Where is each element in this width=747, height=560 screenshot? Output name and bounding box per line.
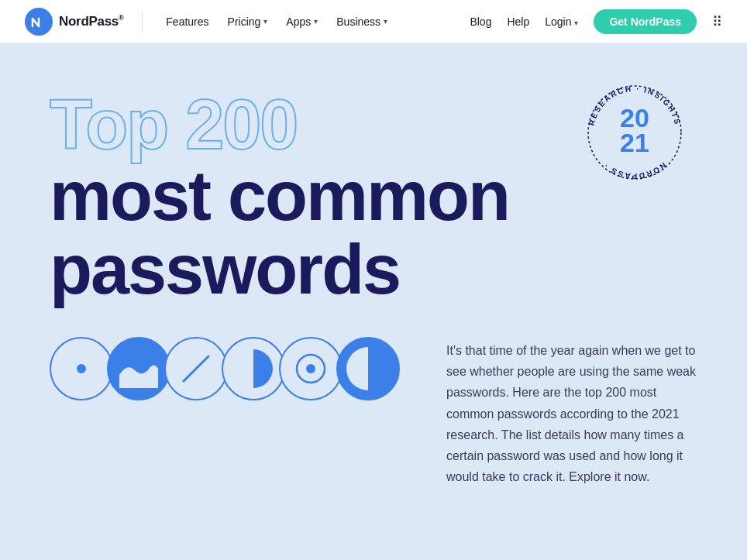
research-badge: RESEARCH · INSIGHTS NORDPASS · 20 21 [584, 82, 685, 183]
badge-ring-svg: RESEARCH · INSIGHTS NORDPASS · 20 21 [584, 82, 685, 183]
icon-circle-4 [222, 337, 285, 400]
svg-point-6 [77, 364, 86, 373]
icon-circle-6 [336, 337, 400, 400]
nordpass-logo-icon [25, 8, 53, 36]
svg-text:NORDPASS ·: NORDPASS · [601, 161, 668, 180]
nav-pricing[interactable]: Pricing ▾ [220, 11, 276, 33]
apps-chevron: ▾ [314, 17, 318, 26]
logo-text: NordPass® [59, 14, 123, 29]
nav-links: Features Pricing ▾ Apps ▾ Business ▾ [158, 11, 470, 33]
hero-section: Top 200 most common passwords RESEARCH ·… [0, 43, 747, 560]
nav-business[interactable]: Business ▾ [329, 11, 395, 33]
hero-title-line3: passwords [50, 233, 697, 307]
icon-circle-1 [50, 337, 113, 400]
nav-login[interactable]: Login ▾ [545, 15, 578, 28]
nav-right: Blog Help Login ▾ Get NordPass ⠿ [470, 9, 722, 34]
nav-features[interactable]: Features [158, 11, 216, 33]
icon-circle-2 [107, 337, 170, 400]
icon-circle-5 [279, 337, 343, 400]
nav-divider [142, 11, 143, 33]
password-icons-row [50, 337, 400, 400]
grid-menu-icon[interactable]: ⠿ [712, 13, 722, 30]
icon-circle-3 [164, 337, 228, 400]
hero-description: It's that time of the year again when we… [446, 337, 697, 487]
business-chevron: ▾ [384, 17, 387, 26]
logo[interactable]: NordPass® [25, 8, 123, 36]
nav-apps[interactable]: Apps ▾ [278, 11, 325, 33]
get-nordpass-button[interactable]: Get NordPass [594, 9, 697, 34]
svg-text:21: 21 [620, 128, 649, 157]
navbar: NordPass® Features Pricing ▾ Apps ▾ Busi… [0, 0, 747, 43]
nav-help[interactable]: Help [507, 15, 529, 28]
svg-point-10 [306, 364, 315, 373]
pricing-chevron: ▾ [263, 17, 267, 26]
hero-bottom: It's that time of the year again when we… [50, 337, 697, 487]
svg-line-8 [184, 356, 208, 381]
login-chevron: ▾ [574, 19, 578, 27]
nav-blog[interactable]: Blog [470, 15, 491, 28]
